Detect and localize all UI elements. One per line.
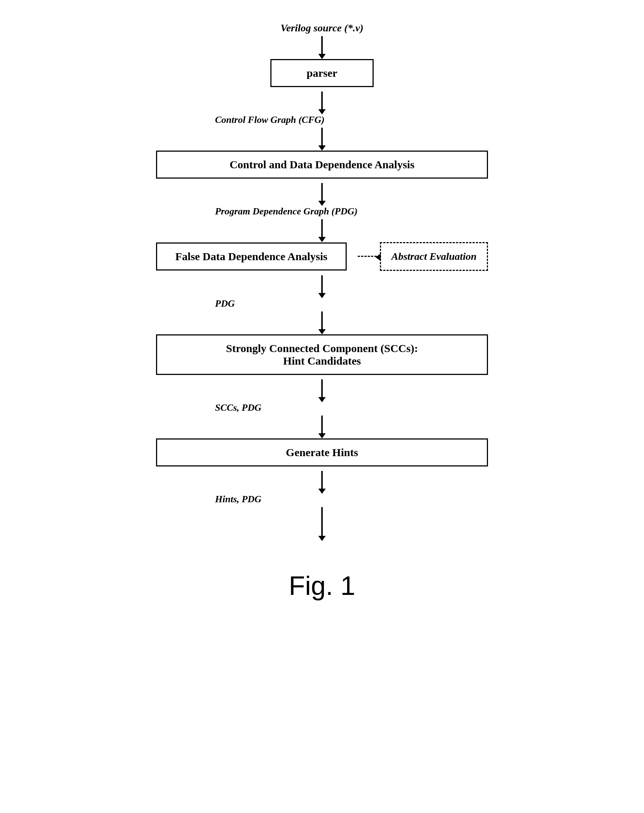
arrow-6 [321, 275, 323, 294]
pdg-label-1: Program Dependence Graph (PDG) [215, 206, 357, 217]
verilog-source-label: Verilog source (*.v) [281, 22, 364, 34]
false-dep-box: False Data Dependence Analysis [156, 242, 347, 270]
arrow-7 [321, 311, 323, 330]
fig-label: Fig. 1 [289, 571, 355, 601]
arrow-5 [321, 219, 323, 238]
arrow-4 [321, 183, 323, 201]
generate-hints-box: Generate Hints [156, 439, 488, 466]
dashed-arrow [358, 256, 380, 257]
arrow-2 [321, 92, 323, 110]
arrow-9 [321, 416, 323, 434]
pdg-label-2: PDG [215, 298, 235, 309]
arrow-1 [321, 36, 323, 55]
sccs-pdg-label: SCCs, PDG [215, 402, 262, 413]
diagram-container: Verilog source (*.v) parser Control Flow… [156, 22, 488, 601]
arrow-3 [321, 128, 323, 146]
abstract-eval-box: Abstract Evaluation [380, 242, 488, 271]
arrow-10 [321, 471, 323, 489]
hints-pdg-label: Hints, PDG [215, 494, 262, 505]
false-dep-row: False Data Dependence Analysis Abstract … [156, 242, 488, 271]
arrow-11 [321, 507, 323, 537]
scc-box: Strongly Connected Component (SCCs): Hin… [156, 334, 488, 375]
control-dep-box: Control and Data Dependence Analysis [156, 150, 488, 179]
arrow-8 [321, 379, 323, 398]
parser-box: parser [270, 59, 374, 87]
cfg-label: Control Flow Graph (CFG) [215, 114, 324, 126]
abstract-eval-container: Abstract Evaluation [358, 242, 488, 271]
